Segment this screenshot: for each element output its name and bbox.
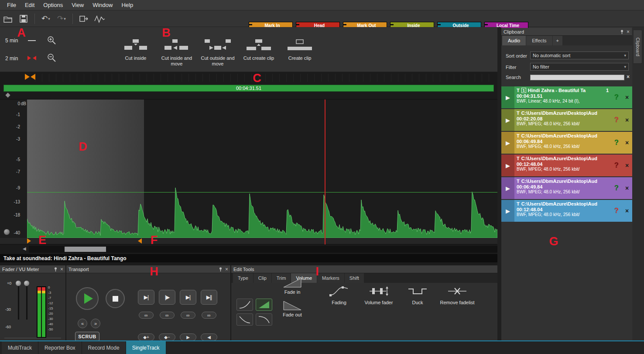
play-from-mark-out-button[interactable]: ▶|| xyxy=(201,290,217,305)
prelisten-icon[interactable]: ? xyxy=(611,86,622,108)
fade-out-button[interactable]: Fade out xyxy=(277,299,308,319)
fading-button[interactable]: Fading xyxy=(322,285,356,305)
entry-close-button[interactable]: × xyxy=(622,200,632,222)
menu-window[interactable]: Window xyxy=(88,0,117,10)
menu-help[interactable]: Help xyxy=(117,0,137,10)
entry-play-button[interactable]: ▶ xyxy=(501,86,514,108)
scrollbar-thumb[interactable] xyxy=(65,247,106,252)
entry-play-button[interactable]: ▶ xyxy=(501,200,514,222)
pin-icon[interactable] xyxy=(54,267,58,272)
volume-fader-button[interactable]: Volume fader xyxy=(361,285,396,305)
entry-play-button[interactable]: ▶ xyxy=(501,177,514,199)
cut-outside-and-move-button[interactable]: Cut outside and move xyxy=(198,30,237,71)
filter-dropdown[interactable]: No filter ▾ xyxy=(530,63,629,71)
close-icon[interactable]: × xyxy=(225,267,228,272)
sort-order-dropdown[interactable]: No automatic sort ▾ xyxy=(530,52,629,59)
tab-singletrack[interactable]: SingleTrack xyxy=(126,341,166,354)
stop-button[interactable] xyxy=(106,289,125,308)
tab-reporter-box[interactable]: Reporter Box xyxy=(38,341,82,354)
remove-marker-button[interactable]: ◆− xyxy=(159,333,175,341)
zoom-to-marks-button[interactable] xyxy=(24,52,39,64)
skip-forward-button[interactable]: » xyxy=(91,319,100,328)
loop-button-1[interactable]: ∞ xyxy=(139,312,154,319)
entry-close-button[interactable]: × xyxy=(622,86,632,108)
step-forward-button[interactable]: ▶ xyxy=(180,333,196,341)
tab-record-mode[interactable]: Record Mode xyxy=(82,341,126,354)
close-icon[interactable]: × xyxy=(60,267,63,272)
timeline-progress-bar[interactable]: 00:04:31.51 xyxy=(3,85,494,92)
entry-close-button[interactable]: × xyxy=(622,155,632,176)
zoom-range-button[interactable] xyxy=(24,35,39,46)
fade-curve-concave-button[interactable] xyxy=(236,299,253,311)
play-to-mark-in-button[interactable]: ▶| xyxy=(138,290,154,305)
scale-knob[interactable] xyxy=(3,229,10,235)
mark-in-handle-icon[interactable] xyxy=(27,238,31,244)
main-splitter[interactable] xyxy=(497,27,501,340)
fader-track-left[interactable] xyxy=(18,282,19,320)
entry-play-button[interactable]: ▶ xyxy=(501,109,514,131)
fade-curve-down-alt-button[interactable] xyxy=(256,313,272,326)
close-icon[interactable]: × xyxy=(627,29,630,34)
timeline-diamond-marker[interactable] xyxy=(5,93,10,97)
clipboard-entry[interactable]: ▶ TC:\Users\DbmAzure\Desktop\Aud 00:02:2… xyxy=(501,109,632,131)
play-from-mark-in-button[interactable]: |▶ xyxy=(159,290,175,305)
entry-play-button[interactable]: ▶ xyxy=(501,132,514,154)
mark-out-handle-icon[interactable] xyxy=(138,238,142,244)
prelisten-icon[interactable]: ? xyxy=(611,200,622,222)
waveform-display[interactable] xyxy=(27,100,497,238)
fade-ramp-button[interactable] xyxy=(256,299,272,311)
redo-button[interactable]: ↷▾ xyxy=(55,13,69,25)
entry-close-button[interactable]: × xyxy=(622,177,632,199)
prelisten-icon[interactable]: ? xyxy=(611,155,622,176)
scroll-left-icon[interactable]: ◀ xyxy=(23,246,26,251)
playhead-cursor[interactable] xyxy=(325,100,325,244)
search-input[interactable] xyxy=(530,75,624,80)
remove-fadelist-button[interactable]: Remove fadelist xyxy=(439,285,476,305)
tab-multitrack[interactable]: MultiTrack xyxy=(2,341,38,354)
clipboard-entry[interactable]: ▶ TC:\Users\DbmAzure\Desktop\Aud 00:12:4… xyxy=(501,155,632,176)
play-to-mark-out-button[interactable]: ▶| xyxy=(180,290,196,305)
play-button[interactable] xyxy=(76,287,99,310)
tab-effects[interactable]: Effects xyxy=(526,36,552,45)
clipboard-entry[interactable]: ▶ T1Hindi Zahra - Beautiful Ta1 00:04:31… xyxy=(501,86,632,108)
fade-in-button[interactable]: Fade in xyxy=(277,276,308,296)
entry-close-button[interactable]: × xyxy=(622,109,632,131)
zoom-out-button[interactable] xyxy=(45,51,59,65)
clipboard-side-tab[interactable]: Clipboard xyxy=(634,30,642,64)
fader-knob-right[interactable] xyxy=(24,280,30,286)
fader-knob-left[interactable] xyxy=(15,280,21,286)
menu-edit[interactable]: Edit xyxy=(21,0,39,10)
loop-button-3[interactable]: ∞ xyxy=(181,312,195,319)
prelisten-icon[interactable]: ? xyxy=(611,132,622,154)
loop-button-4[interactable]: ∞ xyxy=(202,312,216,319)
prelisten-icon[interactable]: ? xyxy=(611,177,622,199)
undo-button[interactable]: ↶▾ xyxy=(39,13,53,25)
entry-close-button[interactable]: × xyxy=(622,132,632,154)
timeline-marker-icon[interactable] xyxy=(24,73,36,80)
clear-search-icon[interactable]: × xyxy=(627,74,630,80)
transfer-button[interactable] xyxy=(77,13,91,25)
tab-audio[interactable]: Audio xyxy=(502,36,526,45)
pin-icon[interactable] xyxy=(219,267,223,272)
step-back-button[interactable]: ◀ xyxy=(201,333,217,341)
scrollbar-track[interactable] xyxy=(29,246,497,253)
volume-line[interactable] xyxy=(27,192,497,192)
menu-options[interactable]: Options xyxy=(39,0,67,10)
duck-button[interactable]: Duck xyxy=(403,285,432,305)
clipboard-entry[interactable]: ▶ TC:\Users\DbmAzure\Desktop\Aud 00:06:4… xyxy=(501,177,632,199)
timeline-ruler[interactable]: 00:04:31.51 xyxy=(0,72,497,100)
cut-create-clip-button[interactable]: Cut create clip xyxy=(239,30,278,71)
fade-curve-down-button[interactable] xyxy=(236,313,253,326)
menu-file[interactable]: File xyxy=(3,0,21,10)
fader-track-right[interactable] xyxy=(26,282,27,320)
entry-play-button[interactable]: ▶ xyxy=(501,155,514,176)
prelisten-icon[interactable]: ? xyxy=(611,109,622,131)
menu-view[interactable]: View xyxy=(67,0,88,10)
loop-button-2[interactable]: ∞ xyxy=(160,312,175,319)
scrub-button[interactable]: SCRUB xyxy=(75,332,99,341)
clip-marker-row[interactable] xyxy=(0,238,497,244)
clipboard-entry[interactable]: ▶ TC:\Users\DbmAzure\Desktop\Aud 00:12:4… xyxy=(501,200,632,222)
clipboard-entry[interactable]: ▶ TC:\Users\DbmAzure\Desktop\Aud 00:06:4… xyxy=(501,132,632,154)
edit-audio-button[interactable] xyxy=(92,13,106,25)
open-file-button[interactable] xyxy=(1,13,15,25)
